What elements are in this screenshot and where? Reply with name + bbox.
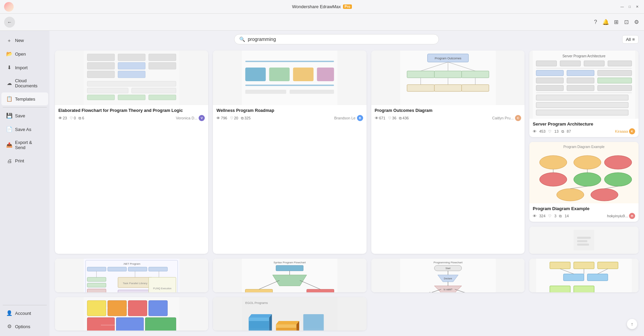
bell-icon[interactable]: 🔔: [602, 19, 609, 26]
sidebar-label-cloud: Cloud Documents: [15, 78, 43, 88]
template-card-3[interactable]: Program Outcomes: [371, 50, 525, 254]
svg-rect-22: [245, 90, 286, 94]
minimize-button[interactable]: —: [619, 4, 625, 10]
open-icon: 📂: [6, 51, 12, 57]
user-avatar: [4, 2, 14, 12]
svg-rect-23: [290, 90, 334, 94]
svg-rect-46: [536, 70, 563, 76]
copies-stat-1: ⧉ 6: [78, 116, 84, 120]
export-icon: 📤: [6, 142, 12, 148]
svg-rect-10: [87, 88, 128, 93]
filter-icon: ≡: [632, 37, 635, 42]
help-icon[interactable]: ?: [592, 19, 599, 26]
svg-rect-83: [149, 267, 168, 271]
sidebar-item-print[interactable]: 🖨 Print: [1, 154, 48, 167]
pro-badge: Pro: [343, 4, 352, 9]
views-stat-2: 👁 796: [216, 116, 227, 120]
author-avatar-8: H: [629, 213, 635, 219]
svg-rect-12: [87, 95, 115, 100]
svg-rect-75: [577, 240, 587, 242]
svg-rect-32: [461, 71, 489, 78]
svg-rect-1: [87, 54, 115, 61]
svg-rect-148: [145, 318, 176, 331]
svg-rect-132: [574, 262, 594, 269]
copy-icon-1: ⧉: [78, 116, 81, 120]
sidebar-item-new[interactable]: + New: [1, 34, 48, 47]
card-info-2: Wellness Program Roadmap 👁 796 ♡ 20 ⧉ 3: [213, 105, 366, 124]
template-card-11[interactable]: EGOL Programs: [213, 297, 366, 331]
svg-rect-142: [87, 301, 106, 316]
svg-point-66: [604, 173, 632, 186]
templates-icon: 📋: [6, 96, 12, 102]
copy-icon-3: ⧉: [399, 116, 402, 120]
svg-rect-99: [276, 265, 303, 271]
template-card-9bottom[interactable]: [529, 259, 639, 292]
svg-rect-4: [118, 54, 145, 61]
template-card-4[interactable]: Server Program Architecture: [529, 50, 639, 137]
card-author-2: Brandson Le B: [334, 115, 363, 121]
template-card-10[interactable]: Web Programming Languages 👁 110 ♡ 2 ⧉ 2: [55, 297, 208, 331]
back-button[interactable]: ←: [4, 17, 15, 28]
card-title-1: Elaborated Flowchart for Program Theory …: [58, 108, 205, 113]
sidebar-item-save[interactable]: 💾 Save: [1, 109, 48, 122]
toolbar-right: ? 🔔 ⊞ ⊡ ⚙: [592, 19, 640, 26]
card-thumb-5: .NET Program Task Parallel Library: [55, 259, 208, 292]
svg-rect-18: [269, 68, 290, 81]
template-card-1[interactable]: Elaborated Flowchart for Program Theory …: [55, 50, 208, 254]
titlebar: Wondershare EdrawMax Pro — □ ✕: [0, 0, 644, 14]
svg-rect-38: [461, 85, 489, 91]
svg-rect-86: [87, 283, 106, 287]
search-input[interactable]: [248, 36, 434, 42]
template-card-2[interactable]: Wellness Program Roadmap 👁 796 ♡ 20 ⧉ 3: [213, 50, 366, 254]
svg-point-67: [557, 189, 584, 201]
close-button[interactable]: ✕: [634, 4, 640, 10]
svg-rect-44: [608, 61, 632, 66]
template-card-empty[interactable]: [529, 227, 639, 254]
svg-rect-105: [307, 289, 334, 292]
sidebar-item-options[interactable]: ⚙ Options: [1, 320, 48, 333]
svg-rect-6: [118, 71, 145, 78]
template-card-6[interactable]: Syntax Program Flowchart: [213, 259, 366, 292]
likes-stat-1: ♡ 0: [70, 116, 76, 120]
svg-rect-36: [407, 85, 434, 91]
template-card-8[interactable]: Program Diagram Example: [529, 142, 639, 222]
scroll-up-button[interactable]: ↑: [627, 319, 637, 329]
card-thumb-11: EGOL Programs: [213, 297, 366, 331]
app-title: Wondershare EdrawMax Pro: [292, 4, 352, 9]
svg-rect-140: [574, 286, 594, 292]
svg-rect-19: [293, 68, 314, 81]
new-icon: +: [6, 37, 12, 43]
sidebar-label-export: Export & Send: [15, 140, 43, 150]
svg-rect-13: [118, 95, 145, 100]
sidebar-item-cloud[interactable]: ☁ Cloud Documents: [1, 75, 48, 92]
sidebar-item-open[interactable]: 📂 Open: [1, 47, 48, 60]
grid-icon[interactable]: ⊞: [613, 19, 619, 26]
sidebar-item-templates[interactable]: 📋 Templates: [1, 92, 48, 105]
sidebar-divider-bottom: [3, 305, 47, 305]
heart-icon-4: ♡: [548, 129, 552, 134]
card-thumb-4: Server Program Architecture: [529, 50, 639, 119]
svg-rect-133: [598, 262, 618, 269]
content-area: 🔍 All ≡: [49, 31, 644, 336]
print-icon: 🖨: [6, 158, 12, 164]
svg-rect-80: [87, 267, 106, 271]
svg-rect-134: [563, 274, 584, 281]
card-thumb-2: [213, 50, 366, 105]
toolbar: ← ? 🔔 ⊞ ⊡ ⚙: [0, 14, 644, 31]
maximize-button[interactable]: □: [627, 4, 632, 10]
template-card-5[interactable]: .NET Program Task Parallel Library: [55, 259, 208, 292]
svg-rect-92: [118, 290, 152, 292]
sidebar-item-import[interactable]: ⬇ Import: [1, 61, 48, 74]
filter-button[interactable]: All ≡: [622, 35, 639, 44]
gear-icon[interactable]: ⚙: [633, 19, 640, 26]
template-card-7[interactable]: Programming Flowchart Start Declare Is v…: [371, 259, 525, 292]
sidebar-item-account[interactable]: 👤 Account: [1, 307, 48, 320]
card-thumb-7: Programming Flowchart Start Declare Is v…: [371, 259, 525, 292]
sidebar-item-export[interactable]: 📤 Export & Send: [1, 136, 48, 154]
apps-icon[interactable]: ⊡: [623, 19, 630, 26]
author-avatar-1: V: [199, 115, 205, 121]
sidebar-label-import: Import: [15, 65, 28, 70]
sidebar-item-saveas[interactable]: 📄 Save As: [1, 123, 48, 136]
svg-rect-20: [317, 68, 334, 81]
card-meta-3: 👁 671 ♡ 36 ⧉ 436 Caitlyn Pru...: [375, 115, 521, 121]
